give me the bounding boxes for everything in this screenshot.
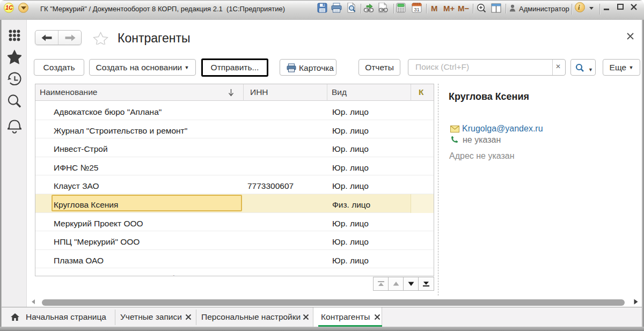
- svg-text:M: M: [431, 4, 438, 13]
- svg-text:31: 31: [414, 6, 420, 12]
- svg-text:M−: M−: [458, 4, 469, 13]
- svg-text:M+: M+: [443, 4, 455, 13]
